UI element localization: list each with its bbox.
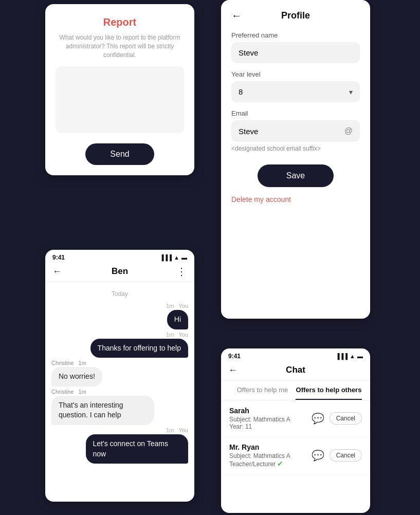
- chat-nav: ← Ben ⋮: [45, 263, 194, 282]
- profile-back-button[interactable]: ←: [231, 10, 242, 22]
- message-bubble: Let's connect on Teams now: [86, 434, 189, 464]
- message-meta: 1m You: [51, 427, 188, 433]
- year-level-select[interactable]: 8 9 10 11 12: [231, 81, 360, 102]
- offer-item-sarah: Sarah Subject: Mathmatics A Year: 11 💬 C…: [221, 400, 370, 437]
- report-card: Report What would you like to report to …: [45, 4, 194, 175]
- offers-status-time: 9:41: [228, 353, 241, 360]
- preferred-name-input[interactable]: [231, 42, 360, 63]
- offer-name-mryan: Mr. Ryan: [229, 443, 306, 451]
- message-bubble: Thanks for offering to help: [90, 339, 188, 358]
- offer-info-sarah: Sarah Subject: Mathmatics A Year: 11: [229, 407, 306, 430]
- message-sender: Christine 1m: [51, 360, 188, 366]
- message-meta: 1m You: [51, 303, 188, 309]
- email-input[interactable]: [239, 127, 344, 136]
- chat-bubble-icon[interactable]: 💬: [312, 449, 324, 462]
- status-time: 9:41: [52, 254, 65, 261]
- year-level-wrapper: 8 9 10 11 12 ▾: [231, 81, 360, 102]
- email-row: @: [231, 120, 360, 142]
- battery-icon: ▬: [181, 254, 187, 261]
- offer-name-sarah: Sarah: [229, 407, 306, 415]
- report-subtitle: What would you like to report to the pla…: [56, 33, 184, 59]
- report-textarea[interactable]: [56, 66, 184, 133]
- chat-nav-title: Ben: [112, 266, 128, 277]
- profile-save-button[interactable]: Save: [258, 164, 334, 187]
- tab-offers-to-help-me[interactable]: Offers to help me: [229, 381, 296, 400]
- chat-messages: Today 1m You Hi 1m You Thanks for offeri…: [45, 282, 194, 469]
- at-icon: @: [344, 126, 353, 136]
- preferred-name-label: Preferred name: [231, 31, 360, 39]
- tab-offers-to-help-others[interactable]: Offers to help others: [296, 381, 362, 400]
- battery-icon: ▬: [357, 353, 363, 359]
- offers-tabs: Offers to help me Offers to help others: [221, 381, 370, 400]
- message-sender: Christine 1m: [51, 389, 188, 395]
- message-bubble: No worries!: [51, 367, 102, 387]
- profile-title: Profile: [281, 10, 310, 21]
- cancel-mryan-button[interactable]: Cancel: [330, 449, 362, 462]
- offer-subject-mryan: Subject: Mathmatics A: [229, 452, 306, 459]
- email-label: Email: [231, 109, 360, 117]
- offer-item-mryan: Mr. Ryan Subject: Mathmatics A Teacher/L…: [221, 437, 370, 474]
- offers-chat-nav: ← Chat: [221, 362, 370, 381]
- year-level-label: Year level: [231, 70, 360, 78]
- wifi-icon: ▲: [174, 254, 179, 261]
- report-title: Report: [56, 16, 184, 28]
- message-row: Christine 1m That's an interesting quest…: [51, 389, 188, 425]
- message-row: 1m You Thanks for offering to help: [51, 332, 188, 358]
- message-row: 1m You Hi: [51, 303, 188, 329]
- signal-icon: ▐▐▐: [160, 254, 172, 261]
- chat-date-divider: Today: [51, 290, 188, 298]
- delete-account-button[interactable]: Delete my account: [231, 195, 291, 204]
- offer-subject-sarah: Subject: Mathmatics A: [229, 416, 306, 423]
- offer-year-sarah: Year: 11: [229, 423, 306, 430]
- verified-icon: ✔: [277, 459, 283, 468]
- offers-status-bar: 9:41 ▐▐▐ ▲ ▬: [221, 348, 370, 362]
- message-bubble: Hi: [167, 310, 188, 329]
- status-icons: ▐▐▐ ▲ ▬: [160, 254, 187, 261]
- offers-back-button[interactable]: ←: [228, 365, 238, 376]
- message-row: Christine 1m No worries!: [51, 360, 188, 387]
- chat-more-button[interactable]: ⋮: [176, 265, 187, 278]
- message-meta: 1m You: [51, 332, 188, 338]
- cancel-sarah-button[interactable]: Cancel: [330, 412, 362, 425]
- status-bar: 9:41 ▐▐▐ ▲ ▬: [45, 250, 194, 263]
- offer-info-mryan: Mr. Ryan Subject: Mathmatics A Teacher/L…: [229, 443, 306, 468]
- wifi-icon: ▲: [350, 353, 355, 359]
- message-row: 1m You Let's connect on Teams now: [51, 427, 188, 464]
- message-bubble: That's an interesting question. I can he…: [51, 396, 154, 425]
- signal-icon: ▐▐▐: [336, 353, 348, 359]
- report-send-button[interactable]: Send: [85, 143, 154, 165]
- profile-card: ← Profile Preferred name Year level 8 9 …: [221, 0, 370, 319]
- chat-offers-card: 9:41 ▐▐▐ ▲ ▬ ← Chat Offers to help me Of…: [221, 348, 370, 513]
- offer-year-mryan: Teacher/Lecturer ✔: [229, 459, 306, 468]
- chat-bubble-icon[interactable]: 💬: [312, 412, 324, 425]
- chat-ben-card: 9:41 ▐▐▐ ▲ ▬ ← Ben ⋮ Today 1m You Hi 1m …: [45, 250, 194, 502]
- email-suffix: <designated school email suffix>: [231, 145, 360, 152]
- offers-chat-title: Chat: [286, 365, 305, 375]
- profile-header: ← Profile: [231, 10, 360, 21]
- offers-status-icons: ▐▐▐ ▲ ▬: [336, 353, 363, 359]
- chat-back-button[interactable]: ←: [52, 266, 62, 277]
